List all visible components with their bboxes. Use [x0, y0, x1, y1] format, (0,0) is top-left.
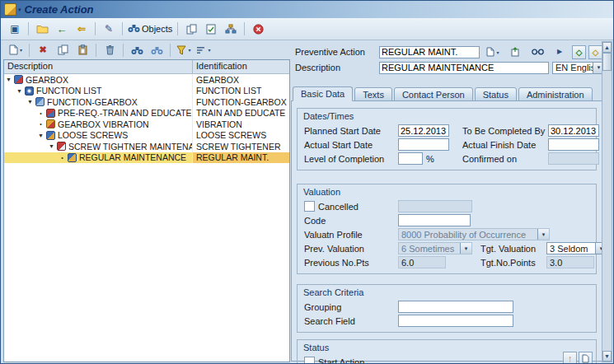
pencil-icon[interactable]: ✎: [99, 21, 119, 37]
cancelled-checkbox[interactable]: [304, 201, 315, 212]
up-arrow-icon: ↑: [568, 353, 573, 364]
display-glasses-icon[interactable]: [527, 44, 547, 60]
expander-icon[interactable]: ▼: [47, 143, 56, 149]
cause-icon: [46, 131, 55, 140]
find-next-button[interactable]: [147, 42, 166, 58]
hierarchy-icon[interactable]: [221, 21, 241, 37]
function-list-icon: [25, 86, 34, 96]
tree-row[interactable]: ▼GEARBOX GEARBOX: [4, 74, 289, 86]
tgt-valuation-value: 3 Seldom: [547, 243, 595, 254]
status-group: Status Start Action ↑: [297, 339, 597, 364]
tree-row[interactable]: ▼LOOSE SCREWS LOOSE SCREWS: [4, 130, 289, 142]
window-menu-caret-icon[interactable]: ▾: [18, 7, 21, 13]
worklist-diamond-button[interactable]: ◇: [572, 45, 586, 59]
status-document-button[interactable]: [579, 352, 593, 364]
vertical-scrollbar[interactable]: ▲ ▼: [602, 41, 612, 362]
find-button[interactable]: [127, 42, 147, 58]
tree-row[interactable]: ▼FUNCTION-GEARBOX FUNCTION-GEARBOX: [4, 96, 289, 108]
tgt-valuation-select[interactable]: 3 Seldom ▼: [546, 242, 607, 254]
grouping-input[interactable]: [398, 301, 513, 313]
copy-up-button[interactable]: [505, 44, 525, 60]
objects-button[interactable]: Objects: [126, 21, 174, 37]
scrollbar-thumb[interactable]: [602, 53, 612, 71]
tab-basic-data[interactable]: Basic Data: [293, 86, 353, 101]
search-criteria-group-title: Search Criteria: [302, 287, 591, 300]
tree-row[interactable]: •REGULAR MAINTENANCE REGULAR MAINT.: [4, 152, 289, 164]
planned-start-date-input[interactable]: [398, 124, 449, 137]
tree-node-identification: VIBRATION: [193, 119, 289, 130]
tree-row[interactable]: •PRE-REQ.-TRAIN AND EDUCATE TRAIN AND ED…: [4, 108, 289, 119]
expander-icon[interactable]: ▼: [26, 99, 35, 105]
scrollbar-track[interactable]: [602, 71, 612, 351]
toolbar-separator: [170, 44, 171, 57]
previous-no-pts-label: Previous No.Pts: [302, 258, 398, 268]
tab-texts[interactable]: Texts: [354, 87, 392, 101]
trash-icon[interactable]: [100, 42, 120, 58]
start-action-checkbox[interactable]: [304, 357, 315, 364]
maintenance-icon: [57, 142, 66, 151]
filter-button[interactable]: ▾: [174, 42, 194, 58]
tree-row[interactable]: •GEARBOX VIBRATION VIBRATION: [4, 119, 289, 130]
continue-arrow-icon[interactable]: ▶: [550, 44, 569, 60]
window-title: Create Action: [25, 3, 94, 16]
toolbar-separator: [95, 22, 96, 35]
delete-node-button[interactable]: ✖: [33, 42, 53, 58]
confirmed-on-label: Confirmed on: [461, 154, 548, 164]
sap-create-action-window: ▾ Create Action ▣ ← ⇐ ✎ Objects ▾ ✖: [0, 0, 614, 364]
sap-window-icon[interactable]: [4, 3, 16, 16]
toolbar-separator: [177, 22, 178, 35]
description-column-header[interactable]: Description: [4, 60, 193, 73]
actual-start-date-input[interactable]: [398, 138, 449, 151]
preventive-action-input[interactable]: [379, 46, 480, 58]
tab-contact-person[interactable]: Contact Person: [394, 87, 473, 101]
expander-icon[interactable]: •: [36, 121, 45, 127]
grouping-label: Grouping: [302, 302, 398, 312]
tree-node-label: GEARBOX: [26, 75, 68, 85]
preventive-action-label: Preventive Action: [293, 47, 379, 57]
open-folder-icon[interactable]: [32, 21, 52, 37]
actual-finish-date-input[interactable]: [548, 138, 599, 151]
copy-node-button[interactable]: [53, 42, 73, 58]
tgt-no-points-value: 3.0: [546, 256, 594, 268]
expander-icon[interactable]: ▼: [15, 88, 24, 94]
exit-arrow-icon[interactable]: ⇐: [72, 21, 91, 37]
tree-toolbar: ▾ ✖ ▾ ▾: [4, 41, 291, 58]
copy-documents-icon[interactable]: [181, 21, 201, 37]
scroll-up-icon[interactable]: ▲: [602, 42, 612, 53]
tab-status[interactable]: Status: [475, 87, 517, 101]
scroll-down-icon[interactable]: ▼: [602, 351, 612, 362]
description-label: Description: [293, 63, 379, 72]
activate-button[interactable]: ↑: [563, 352, 577, 364]
goto-diamond-button[interactable]: ◇: [588, 45, 602, 59]
layout-grid-icon[interactable]: ▣: [5, 21, 25, 37]
tab-administration[interactable]: Administration: [518, 87, 593, 101]
new-node-button[interactable]: ▾: [6, 42, 26, 58]
tree-node-label: FUNCTION LIST: [36, 86, 101, 96]
expander-icon[interactable]: •: [58, 155, 67, 161]
tree-node-identification: TRAIN AND EDUCATE: [193, 108, 289, 119]
create-action-button[interactable]: ▾: [483, 44, 503, 60]
expander-icon[interactable]: ▼: [4, 77, 13, 82]
toolbar-separator: [29, 44, 30, 57]
chevron-down-icon: ▼: [460, 243, 471, 254]
identification-column-header[interactable]: Identification: [193, 60, 289, 73]
checklist-icon[interactable]: [201, 21, 221, 37]
paste-node-button[interactable]: [73, 42, 92, 58]
description-input[interactable]: [379, 62, 549, 74]
to-be-completed-by-input[interactable]: [548, 124, 599, 137]
tree-row[interactable]: ▼FUNCTION LIST FUNCTION LIST: [4, 86, 289, 97]
language-select[interactable]: EN English ▼: [552, 62, 605, 74]
search-field-input[interactable]: [398, 315, 513, 327]
expander-icon[interactable]: ▼: [36, 133, 45, 138]
level-of-completion-input[interactable]: [398, 152, 423, 165]
chevron-down-icon: ▾: [208, 47, 210, 53]
tree-row[interactable]: ▼SCREW TIGHTNER MAINTENANCE SCREW TIGHTE…: [4, 141, 289, 152]
chevron-down-icon: ▾: [188, 47, 190, 53]
tree-node-label: PRE-REQ.-TRAIN AND EDUCATE: [58, 108, 192, 118]
prev-valuation-select: 6 Sometimes ▼: [398, 242, 472, 254]
sort-button[interactable]: ▾: [194, 42, 213, 58]
cancel-icon[interactable]: [248, 21, 268, 37]
code-input[interactable]: [398, 214, 471, 226]
back-arrow-icon[interactable]: ←: [52, 21, 72, 37]
expander-icon[interactable]: •: [36, 110, 45, 116]
